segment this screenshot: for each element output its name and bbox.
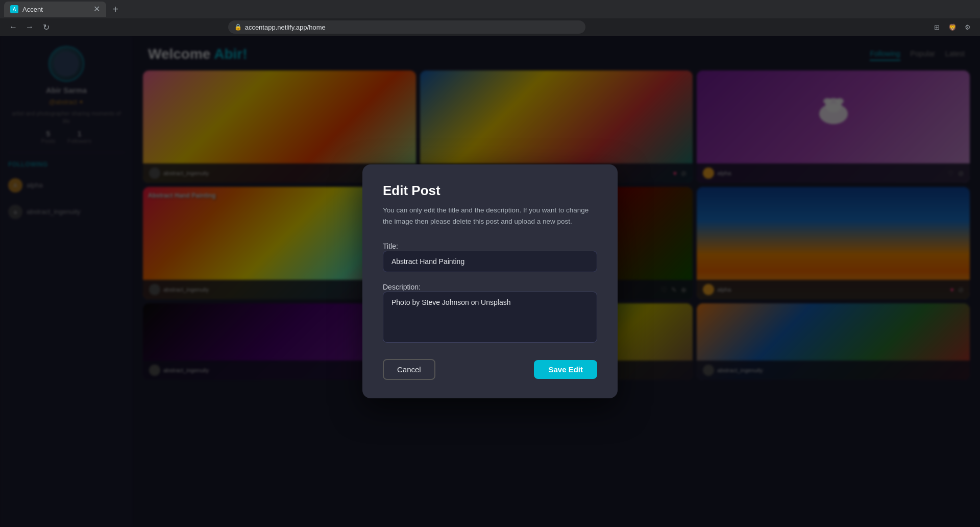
- forward-button[interactable]: →: [22, 20, 37, 34]
- browser-chrome: A Accent ✕ + ← → ↻ 🔒 accentapp.netlify.a…: [0, 0, 980, 36]
- lock-icon: 🔒: [234, 23, 242, 31]
- browser-tab[interactable]: A Accent ✕: [4, 2, 106, 17]
- new-tab-button[interactable]: +: [108, 2, 122, 16]
- modal-overlay[interactable]: Edit Post You can only edit the title an…: [0, 36, 980, 527]
- description-textarea[interactable]: Photo by Steve Johnson on Unsplash: [383, 292, 597, 343]
- nav-buttons: ← → ↻: [6, 20, 53, 34]
- brave-shield-icon[interactable]: 🦁: [946, 21, 959, 33]
- tab-close-button[interactable]: ✕: [93, 5, 100, 13]
- save-edit-button[interactable]: Save Edit: [534, 360, 597, 379]
- reload-button[interactable]: ↻: [39, 20, 53, 34]
- modal-actions: Cancel Save Edit: [383, 359, 597, 380]
- description-label: Description:: [383, 283, 421, 291]
- tab-favicon: A: [10, 5, 18, 13]
- back-button[interactable]: ←: [6, 20, 20, 34]
- edit-post-modal: Edit Post You can only edit the title an…: [362, 164, 618, 398]
- app-container: Abir Sarma @abstract ✦ artist and photog…: [0, 36, 980, 527]
- title-label: Title:: [383, 242, 398, 250]
- url-bar[interactable]: 🔒 accentapp.netlify.app/home: [228, 20, 585, 34]
- tab-title: Accent: [22, 6, 43, 13]
- url-text: accentapp.netlify.app/home: [245, 23, 326, 31]
- browser-extensions: ⊞ 🦁 ⚙: [931, 21, 974, 33]
- title-input[interactable]: [383, 251, 597, 272]
- cancel-button[interactable]: Cancel: [383, 359, 435, 380]
- modal-title: Edit Post: [383, 183, 597, 199]
- tab-bar: A Accent ✕ +: [0, 0, 980, 18]
- modal-subtitle: You can only edit the title and the desc…: [383, 205, 597, 227]
- extensions-icon[interactable]: ⊞: [931, 21, 943, 33]
- settings-icon[interactable]: ⚙: [962, 21, 974, 33]
- address-bar: ← → ↻ 🔒 accentapp.netlify.app/home ⊞ 🦁 ⚙: [0, 18, 980, 36]
